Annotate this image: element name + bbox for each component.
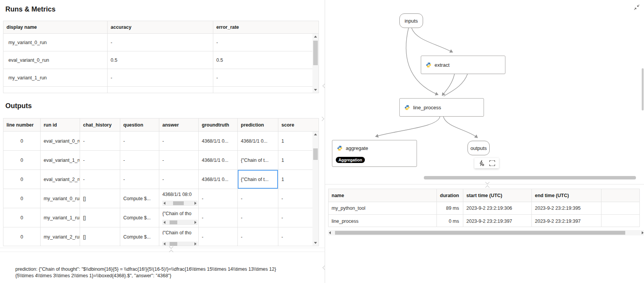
scroll-right-icon[interactable] <box>195 242 196 245</box>
cell-groundtruth[interactable]: - <box>199 208 238 227</box>
cell-line-number[interactable]: 0 <box>3 151 41 169</box>
outputs-row[interactable]: 0 eval_variant_1_run - - - 4368/1/1 0...… <box>3 151 319 170</box>
outputs-row[interactable]: 0 my_variant_0_run [] Compute $... 4368/… <box>3 189 319 208</box>
cell-run-id[interactable]: my_variant_0_run <box>41 189 80 208</box>
trace-cell-name[interactable]: line_process <box>329 215 437 227</box>
scroll-right-icon[interactable] <box>642 231 644 234</box>
metrics-row[interactable]: my_variant_1_run - - <box>3 69 319 87</box>
cell-question[interactable]: - <box>120 151 159 169</box>
trace-row[interactable]: line_process 0 ms 2023-9-2 23:2:19:397 2… <box>329 215 639 227</box>
cell-groundtruth[interactable]: 4368/1/1 0... <box>199 170 238 189</box>
metrics-cell-error-rate[interactable]: - <box>213 69 319 86</box>
trace-cell-start-time[interactable]: 2023-9-2 23:2:19:397 <box>463 215 532 227</box>
fit-view-button[interactable] <box>489 160 495 166</box>
collapse-up-chevron-icon[interactable] <box>169 250 173 254</box>
metrics-row[interactable]: my_variant_0_run - - <box>3 34 319 51</box>
outputs-row[interactable]: 0 my_variant_2_run [] Compute $... {"Cha… <box>3 227 319 246</box>
trace-horizontal-scrollbar[interactable] <box>328 230 644 235</box>
trace-cell-end-time[interactable]: 2023-9-2 23:2:19:397 <box>532 215 602 227</box>
cell-question[interactable]: - <box>120 132 159 150</box>
cell-line-number[interactable]: 0 <box>3 189 41 208</box>
outputs-row[interactable]: 0 my_variant_1_run [] Compute $... {"Cha… <box>3 208 319 227</box>
cell-question[interactable]: - <box>120 170 159 189</box>
expand-right-chevron-icon[interactable] <box>320 117 324 121</box>
cell-chat-history[interactable]: [] <box>80 227 120 246</box>
metrics-cell-accuracy[interactable]: - <box>108 69 213 86</box>
flow-graph-canvas[interactable]: inputs extract line_process aggregate Ag… <box>325 0 644 184</box>
right-horizontal-splitter[interactable] <box>325 184 644 184</box>
node-line-process[interactable]: line_process <box>399 98 484 117</box>
scroll-right-icon[interactable] <box>195 202 196 205</box>
metrics-cell-accuracy[interactable]: 0.5 <box>108 51 213 69</box>
cell-groundtruth[interactable]: - <box>199 189 238 208</box>
outputs-row[interactable]: 0 eval_variant_0_run - - - 4368/1/1 0...… <box>3 132 319 151</box>
metrics-cell-display-name[interactable]: eval_variant_0_run <box>3 51 108 69</box>
cell-groundtruth[interactable]: - <box>199 227 238 246</box>
outputs-row[interactable]: 0 eval_variant_2_run - - - 4368/1/1 0...… <box>3 170 319 189</box>
trace-cell-end-time[interactable]: 2023-9-2 23:2:19:395 <box>532 202 602 214</box>
cell-run-id[interactable]: eval_variant_2_run <box>41 170 80 189</box>
scroll-right-icon[interactable] <box>195 221 196 224</box>
cell-horizontal-scrollbar[interactable] <box>162 201 198 206</box>
cell-prediction[interactable]: - <box>238 227 278 246</box>
scroll-down-icon[interactable] <box>314 89 317 91</box>
cell-line-number[interactable]: 0 <box>3 170 41 189</box>
scroll-left-icon[interactable] <box>329 231 331 234</box>
node-extract[interactable]: extract <box>421 56 505 74</box>
scroll-left-icon[interactable] <box>163 202 165 205</box>
metrics-row[interactable]: eval_variant_0_run 0.5 0.5 <box>3 51 319 69</box>
node-aggregate[interactable]: aggregate Aggregation <box>332 140 417 167</box>
metrics-cell-display-name[interactable]: my_variant_1_run <box>3 69 108 86</box>
metrics-cell-error-rate[interactable]: - <box>213 34 319 51</box>
cell-chat-history[interactable]: [] <box>80 189 120 208</box>
scroll-up-icon[interactable] <box>314 36 317 38</box>
node-inputs[interactable]: inputs <box>399 13 423 28</box>
scrollbar-thumb[interactable] <box>170 220 177 224</box>
scroll-down-icon[interactable] <box>314 242 317 244</box>
cell-prediction[interactable]: - <box>238 189 278 208</box>
cell-prediction[interactable]: - <box>238 208 278 227</box>
graph-vertical-scrollbar[interactable] <box>642 68 644 110</box>
cell-prediction-selected[interactable]: {"Chain of t... <box>238 170 278 189</box>
cell-line-number[interactable]: 0 <box>3 208 41 227</box>
cell-answer[interactable]: 4368/1/1 08:0 <box>159 189 199 208</box>
trace-row[interactable]: my_python_tool 89 ms 2023-9-2 23:2:19:30… <box>329 202 639 215</box>
scrollbar-thumb[interactable] <box>335 231 625 235</box>
cell-answer[interactable]: {"Chain of tho <box>159 227 199 246</box>
trace-cell-start-time[interactable]: 2023-9-2 23:2:19:306 <box>463 202 532 214</box>
cell-chat-history[interactable]: [] <box>80 208 120 227</box>
scroll-up-icon[interactable] <box>314 133 317 135</box>
cell-chat-history[interactable]: - <box>80 170 120 189</box>
scroll-left-icon[interactable] <box>163 242 165 245</box>
cell-chat-history[interactable]: - <box>80 132 120 150</box>
cell-prediction[interactable]: {"Chain of t... <box>238 151 278 169</box>
trace-cell-duration[interactable]: 0 ms <box>437 215 463 227</box>
cell-run-id[interactable]: eval_variant_1_run <box>41 151 80 169</box>
cell-run-id[interactable]: eval_variant_0_run <box>41 132 80 150</box>
cell-answer[interactable]: {"Chain of tho <box>159 208 199 227</box>
trace-cell-duration[interactable]: 89 ms <box>437 202 463 214</box>
cell-horizontal-scrollbar[interactable] <box>162 242 198 246</box>
scrollbar-thumb[interactable] <box>173 201 184 205</box>
node-outputs[interactable]: outputs <box>467 141 490 155</box>
cell-prediction[interactable]: 4368/1/1 0... <box>238 132 278 150</box>
cell-answer[interactable]: - <box>159 132 199 150</box>
run-settings-button[interactable] <box>478 160 485 166</box>
cell-answer[interactable]: - <box>159 170 199 189</box>
cell-horizontal-scrollbar[interactable] <box>162 220 198 225</box>
metrics-cell-error-rate[interactable]: 0.5 <box>213 51 319 69</box>
cell-chat-history[interactable]: - <box>80 151 120 169</box>
scrollbar-thumb[interactable] <box>313 148 318 160</box>
cell-question[interactable]: Compute $... <box>120 227 159 246</box>
cell-run-id[interactable]: my_variant_2_run <box>41 227 80 246</box>
cell-answer[interactable]: - <box>159 151 199 169</box>
cell-groundtruth[interactable]: 4368/1/1 0... <box>199 132 238 150</box>
left-horizontal-splitter[interactable] <box>0 248 325 252</box>
collapse-graph-button[interactable] <box>634 4 640 10</box>
cell-question[interactable]: Compute $... <box>120 189 159 208</box>
scrollbar-thumb[interactable] <box>313 41 318 65</box>
metrics-cell-display-name[interactable]: my_variant_0_run <box>3 34 108 51</box>
metrics-vertical-scrollbar[interactable] <box>312 34 319 93</box>
metrics-cell-accuracy[interactable]: - <box>108 34 213 51</box>
cell-line-number[interactable]: 0 <box>3 132 41 150</box>
